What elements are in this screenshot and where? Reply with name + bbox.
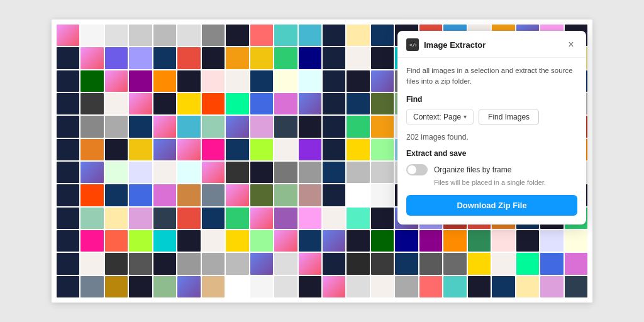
mosaic-tile: [371, 25, 394, 46]
mosaic-tile: [80, 25, 103, 46]
mosaic-tile: [129, 184, 152, 206]
mosaic-tile: [299, 93, 321, 114]
mosaic-tile: [153, 139, 176, 160]
mosaic-tile: [347, 70, 369, 92]
mosaic-tile: [57, 93, 79, 114]
mosaic-tile: [129, 162, 152, 183]
download-zip-button[interactable]: Download Zip File: [406, 195, 577, 216]
mosaic-tile: [129, 47, 152, 69]
mosaic-tile: [177, 25, 200, 46]
mosaic-tile: [226, 25, 248, 46]
mosaic-tile: [323, 25, 345, 46]
mosaic-tile: [105, 230, 128, 252]
mosaic-tile: [177, 47, 200, 69]
mosaic-tile: [80, 47, 103, 69]
plugin-icon: </>: [406, 38, 419, 51]
mosaic-tile: [323, 162, 345, 183]
mosaic-tile: [202, 208, 225, 229]
mosaic-tile: [202, 184, 225, 206]
mosaic-tile: [202, 47, 225, 69]
mosaic-tile: [565, 253, 587, 274]
organize-by-frame-toggle[interactable]: [406, 164, 428, 175]
mosaic-tile: [347, 208, 369, 229]
mosaic-tile: [274, 70, 297, 92]
mosaic-tile: [492, 253, 514, 274]
mosaic-tile: [177, 116, 200, 137]
find-images-button[interactable]: Find Images: [479, 109, 539, 125]
mosaic-tile: [105, 116, 128, 137]
mosaic-tile: [57, 47, 79, 69]
mosaic-tile: [540, 230, 563, 252]
mosaic-tile: [250, 93, 273, 114]
mosaic-tile: [299, 276, 321, 297]
mosaic-tile: [153, 162, 176, 183]
mosaic-tile: [250, 230, 273, 252]
mosaic-tile: [202, 70, 225, 92]
mosaic-tile: [153, 116, 176, 137]
mosaic-tile: [347, 230, 369, 252]
svg-text:</>: </>: [409, 42, 416, 48]
mosaic-tile: [177, 70, 200, 92]
mosaic-tile: [177, 208, 200, 229]
mosaic-tile: [323, 230, 345, 252]
mosaic-tile: [153, 25, 176, 46]
mosaic-tile: [80, 276, 103, 297]
mosaic-tile: [274, 116, 297, 137]
mosaic-tile: [468, 230, 491, 252]
mosaic-tile: [540, 276, 563, 297]
mosaic-tile: [371, 47, 394, 69]
mosaic-tile: [202, 93, 225, 114]
mosaic-tile: [80, 253, 103, 274]
toggle-label: Organize files by frame: [434, 165, 511, 174]
panel-title-group: </> Image Extractor: [406, 38, 486, 51]
mosaic-tile: [105, 47, 128, 69]
mosaic-tile: [105, 70, 128, 92]
mosaic-tile: [250, 25, 273, 46]
mosaic-tile: [395, 276, 418, 297]
mosaic-tile: [323, 276, 345, 297]
mosaic-tile: [274, 25, 297, 46]
mosaic-tile: [105, 139, 128, 160]
mosaic-tile: [129, 139, 152, 160]
mosaic-tile: [57, 25, 79, 46]
mosaic-tile: [105, 184, 128, 206]
mosaic-tile: [80, 208, 103, 229]
mosaic-tile: [443, 253, 466, 274]
mosaic-tile: [129, 276, 152, 297]
mosaic-tile: [565, 230, 587, 252]
mosaic-tile: [153, 253, 176, 274]
mosaic-tile: [347, 276, 369, 297]
mosaic-tile: [371, 93, 394, 114]
mosaic-tile: [299, 162, 321, 183]
mosaic-tile: [105, 162, 128, 183]
mosaic-tile: [419, 230, 442, 252]
mosaic-tile: [299, 47, 321, 69]
mosaic-tile: [177, 93, 200, 114]
mosaic-tile: [105, 25, 128, 46]
canvas-area: </> Image Extractor × Find all images in…: [52, 19, 592, 303]
mosaic-tile: [299, 139, 321, 160]
close-button[interactable]: ×: [565, 38, 577, 51]
mosaic-tile: [492, 230, 514, 252]
mosaic-tile: [226, 276, 248, 297]
mosaic-tile: [299, 70, 321, 92]
mosaic-tile: [129, 253, 152, 274]
mosaic-tile: [57, 230, 79, 252]
mosaic-tile: [250, 253, 273, 274]
plugin-icon-svg: </>: [409, 41, 416, 48]
mosaic-tile: [250, 116, 273, 137]
panel-header: </> Image Extractor ×: [397, 31, 586, 58]
mosaic-tile: [177, 253, 200, 274]
mosaic-tile: [202, 276, 225, 297]
mosaic-tile: [105, 93, 128, 114]
mosaic-tile: [274, 47, 297, 69]
mosaic-tile: [226, 139, 248, 160]
mosaic-tile: [129, 116, 152, 137]
mosaic-tile: [274, 230, 297, 252]
mosaic-tile: [492, 276, 514, 297]
mosaic-tile: [226, 116, 248, 137]
context-dropdown[interactable]: Context: Page ▾: [406, 109, 474, 125]
mosaic-tile: [565, 276, 587, 297]
find-section-label: Find: [406, 95, 577, 104]
mosaic-tile: [57, 162, 79, 183]
